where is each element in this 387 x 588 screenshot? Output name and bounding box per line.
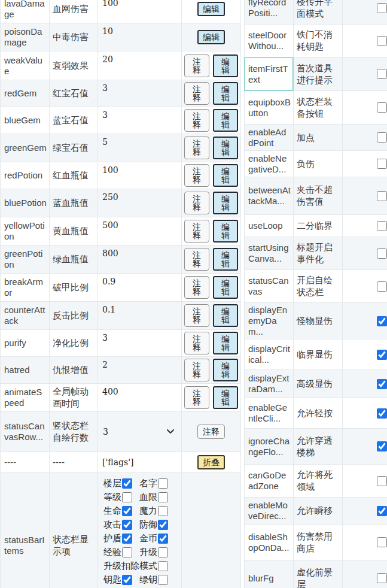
table-row: statusBarItems 状态栏显示项 楼层 名字 等级 血限 生命 魔力: [1, 473, 241, 588]
comment-button[interactable]: 注释: [184, 220, 209, 243]
config-key: greenGem: [1, 134, 50, 162]
flag-checkbox[interactable]: [377, 573, 387, 583]
config-key: breakArmor: [1, 274, 50, 302]
edit-button[interactable]: 编辑: [213, 82, 238, 105]
comment-button[interactable]: 注释: [184, 137, 209, 159]
flag-cell: [343, 370, 387, 398]
edit-button[interactable]: 编辑: [213, 359, 238, 381]
flag-checkbox[interactable]: [377, 248, 387, 259]
comment-button[interactable]: 注释: [184, 109, 209, 132]
status-item-checkbox[interactable]: [122, 520, 132, 530]
comment-button[interactable]: 注释: [184, 304, 209, 327]
flag-checkbox[interactable]: [377, 69, 387, 79]
edit-button[interactable]: 编辑: [213, 386, 238, 409]
config-key-selected[interactable]: itemFirstText: [245, 57, 294, 91]
table-row: animateSpeed 全局帧动画时间 400 注释 编辑: [1, 384, 241, 412]
comment-button[interactable]: 注释: [197, 425, 225, 439]
status-item-checkbox[interactable]: [158, 520, 168, 530]
status-item-checkbox[interactable]: [122, 575, 132, 585]
config-key: statusCanvasRow...: [1, 412, 50, 452]
row-actions: 注释 编辑: [182, 80, 241, 107]
flag-checkbox[interactable]: [377, 316, 387, 326]
config-desc: 怪物显伤: [294, 303, 343, 340]
flag-cell: [343, 215, 387, 237]
edit-button[interactable]: 编辑: [213, 54, 238, 77]
status-item-checkbox[interactable]: [122, 492, 132, 502]
row-actions: 注释 编辑: [182, 330, 241, 357]
config-key: animateSpeed: [1, 384, 50, 412]
comment-button[interactable]: 注释: [184, 54, 209, 77]
flag-checkbox[interactable]: [377, 102, 387, 113]
table-row: blurFg 虚化前景层: [245, 560, 387, 588]
status-item-checkbox[interactable]: [122, 547, 132, 557]
status-item-checkbox[interactable]: [158, 506, 168, 516]
status-item-checkbox[interactable]: [122, 506, 132, 516]
edit-button[interactable]: 编辑: [197, 2, 225, 16]
status-item-checkbox[interactable]: [158, 492, 168, 502]
checkbox-label: 金币: [139, 534, 157, 544]
config-key: enableGentleCli...: [245, 398, 294, 429]
config-key: displayEnemyDam...: [245, 303, 294, 340]
status-item-checkbox[interactable]: [122, 478, 132, 489]
checkbox-label: 血限: [139, 492, 157, 502]
comment-button[interactable]: 注释: [184, 359, 209, 381]
flag-checkbox[interactable]: [377, 159, 387, 169]
config-key: purify: [1, 330, 50, 357]
comment-button[interactable]: 注释: [184, 164, 209, 187]
status-item-checkbox[interactable]: [158, 575, 168, 585]
table-row: redPotion 红血瓶值 100 注释 编辑: [1, 162, 241, 189]
comment-button[interactable]: 注释: [184, 82, 209, 105]
checkbox-label: 等级: [103, 492, 121, 502]
edit-button[interactable]: 编辑: [213, 220, 238, 243]
comment-button[interactable]: 注释: [184, 192, 209, 214]
edit-button[interactable]: 编辑: [213, 304, 238, 327]
flag-checkbox[interactable]: [377, 221, 387, 231]
edit-button[interactable]: 编辑: [213, 164, 238, 187]
config-value: 100: [98, 162, 182, 189]
flag-checkbox[interactable]: [377, 132, 387, 143]
status-item-checkbox[interactable]: [158, 561, 168, 571]
flag-checkbox[interactable]: [377, 506, 387, 516]
config-table-right: flyRecordPositi... 楼传开平面模式 steelDoorWith…: [244, 0, 387, 588]
status-item-checkbox[interactable]: [122, 534, 132, 544]
edit-button[interactable]: 编辑: [213, 192, 238, 214]
status-item-checkbox[interactable]: [158, 534, 168, 544]
edit-button[interactable]: 编辑: [213, 332, 238, 354]
row-actions: 注释 编辑: [182, 274, 241, 302]
table-row: steelDoorWithou... 铁门不消耗钥匙: [245, 25, 387, 57]
config-key: enableNegativeD...: [245, 151, 294, 177]
config-value: 0.1: [98, 302, 182, 330]
flag-cell: [343, 498, 387, 525]
config-desc: 绿宝石值: [50, 134, 98, 162]
edit-button[interactable]: 编辑: [213, 137, 238, 159]
flag-checkbox[interactable]: [377, 441, 387, 451]
comment-button[interactable]: 注释: [184, 276, 209, 299]
status-item-checkbox[interactable]: [158, 478, 168, 489]
flag-checkbox[interactable]: [377, 3, 387, 13]
comment-button[interactable]: 注释: [184, 386, 209, 409]
flag-checkbox[interactable]: [377, 281, 387, 292]
flag-checkbox[interactable]: [377, 191, 387, 201]
row-count-select[interactable]: 3: [102, 427, 179, 437]
checkbox-label: 魔力: [139, 506, 157, 516]
edit-button[interactable]: 编辑: [213, 276, 238, 299]
flag-checkbox[interactable]: [377, 36, 387, 46]
comment-button[interactable]: 注释: [184, 332, 209, 354]
table-row: breakArmor 破甲比例 0.9 注释 编辑: [1, 274, 241, 302]
flag-cell: [343, 237, 387, 270]
collapse-button[interactable]: 折叠: [197, 455, 225, 469]
flag-checkbox[interactable]: [377, 350, 387, 360]
edit-button[interactable]: 编辑: [213, 248, 238, 271]
comment-button[interactable]: 注释: [184, 248, 209, 271]
flag-checkbox[interactable]: [377, 379, 387, 389]
config-value: 3: [98, 330, 182, 357]
table-row: ---- ---- ['flags'] 折叠: [1, 452, 241, 473]
edit-button[interactable]: 编辑: [213, 109, 238, 132]
row-actions: 注释 编辑: [182, 217, 241, 245]
flag-checkbox[interactable]: [377, 408, 387, 419]
flag-checkbox[interactable]: [377, 476, 387, 486]
flag-checkbox[interactable]: [377, 537, 387, 547]
edit-button[interactable]: 编辑: [197, 30, 225, 44]
status-item-checkbox[interactable]: [158, 547, 168, 557]
config-value: 10: [98, 23, 182, 51]
